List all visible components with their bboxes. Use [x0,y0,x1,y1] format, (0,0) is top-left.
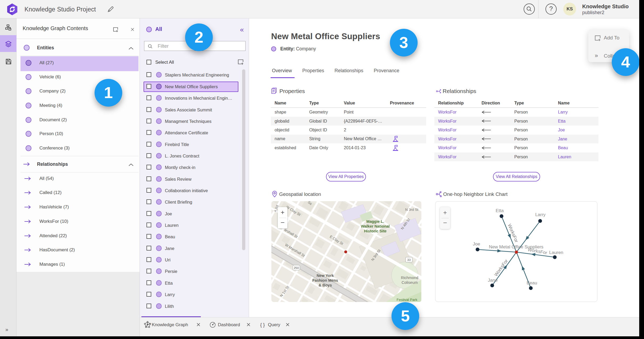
svg-text:Richmond: Richmond [401,276,418,280]
svg-text:Lauren: Lauren [549,250,563,255]
svg-text:Coliseum: Coliseum [402,280,418,285]
svg-text:Fashion Mens: Fashion Mens [312,278,338,282]
svg-text:WorksFor: WorksFor [493,258,509,277]
svg-text:33: 33 [407,258,411,261]
svg-text:N 3rd St: N 3rd St [405,208,418,212]
svg-text:Jane: Jane [488,278,498,283]
svg-text:Historic Site: Historic Site [364,229,387,233]
svg-text:Etta: Etta [496,208,504,213]
svg-text:250: 250 [294,266,299,269]
svg-text:New York: New York [317,273,334,278]
svg-text:Larry: Larry [535,212,546,217]
svg-text:& Boys: & Boys [319,283,332,287]
svg-text:Beau: Beau [527,280,537,285]
svg-text:Walker National: Walker National [361,224,390,228]
svg-text:Maggie L.: Maggie L. [366,219,384,224]
svg-text:Joe: Joe [473,241,480,247]
svg-text:Festival Park: Festival Park [397,298,417,302]
